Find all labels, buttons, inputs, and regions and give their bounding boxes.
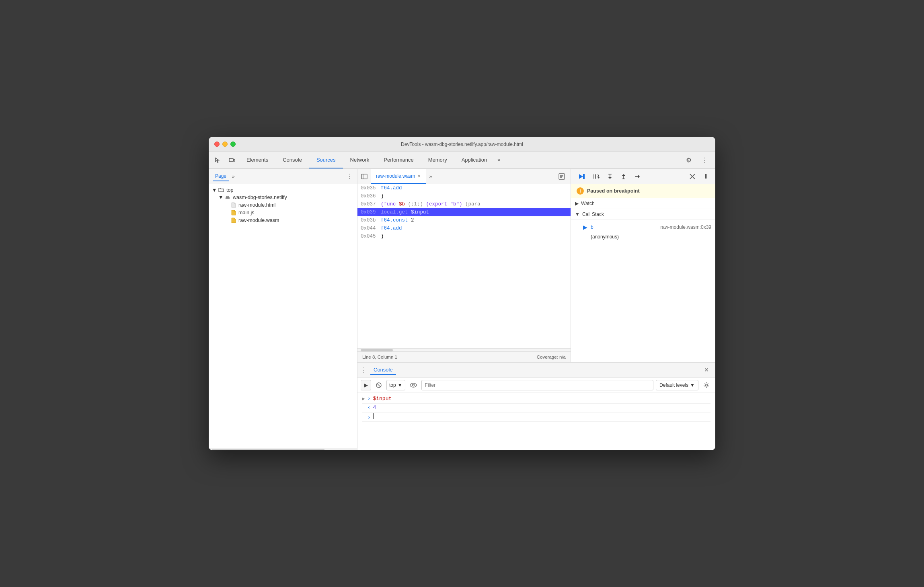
cursor-position: Line 8, Column 1 [362,355,397,359]
console-context-label: top [389,382,396,388]
watch-section-header[interactable]: ▶ Watch [571,198,715,209]
code-line-037: 0x037 (func $b (;1;) (export "b") (para [357,200,571,208]
editor-tab-actions [556,169,571,184]
svg-rect-0 [229,158,233,162]
debug-sections: ▶ Watch ▼ Call Stack ▶ b [571,198,715,362]
scroll-thumb[interactable] [361,349,393,351]
default-levels-selector[interactable]: Default levels ▼ [656,380,698,390]
tree-item-netlify[interactable]: ▼ wasm-dbg-stories.netlify [209,194,357,201]
watch-arrow: ▶ [575,201,579,206]
deactivate-breakpoints-btn[interactable] [686,171,698,182]
sidebar-more-btn[interactable]: » [232,174,235,179]
tab-elements[interactable]: Elements [239,152,275,168]
callstack-entry-anon[interactable]: ▶ (anonymous) [583,232,711,242]
file-tree: ▼ top ▼ wasm-dbg-stories.netlify ▶ [209,184,357,448]
callstack-entry-b[interactable]: ▶ b raw-module.wasm:0x39 [583,222,711,232]
js-file-icon [231,210,236,216]
pretty-print-btn[interactable] [556,171,567,182]
step-into-btn[interactable] [604,171,616,182]
tree-label-netlify: wasm-dbg-stories.netlify [233,195,287,200]
cs-name-anon: (anonymous) [591,234,619,240]
console-run-btn[interactable]: ▶ [361,380,371,390]
step-out-btn[interactable] [618,171,630,182]
context-dropdown-arrow: ▼ [398,382,402,388]
minimize-button[interactable] [222,142,228,147]
editor-tabs-bar: raw-module.wasm × » [357,169,571,184]
tab-application[interactable]: Application [454,152,495,168]
code-line-036: 0x036 ) [357,192,571,200]
code-line-03b: 0x03b f64.const 2 [357,216,571,224]
svg-marker-11 [598,177,599,178]
tree-arrow-top: ▼ [212,187,216,193]
console-settings-btn[interactable] [701,380,712,391]
devtools-window: DevTools - wasm-dbg-stories.netlify.app/… [209,137,715,450]
tab-close-btn[interactable]: × [417,173,421,179]
tree-item-html[interactable]: ▶ raw-module.html [209,201,357,209]
console-prompt-line[interactable]: ▶ › [362,413,710,422]
console-block-btn[interactable] [374,380,384,390]
console-line-input: ▶ › $input [362,395,710,404]
callstack-section-header[interactable]: ▼ Call Stack [571,209,715,220]
right-debug-panel: ⏸ i Paused on breakpoint ▶ [571,169,715,362]
console-output-value: 4 [373,404,376,410]
cs-arrow-b: ▶ [583,224,587,230]
callstack-content: ▶ b raw-module.wasm:0x39 ▶ (anonymous) [571,220,715,244]
sidebar-tab-page[interactable]: Page [213,172,229,181]
default-levels-label: Default levels [659,382,688,388]
svg-marker-19 [638,175,640,178]
console-toolbar: ▶ top ▼ [357,378,715,392]
console-eye-btn[interactable] [408,380,419,391]
tree-item-top[interactable]: ▼ top [209,187,357,194]
watch-label: Watch [581,201,595,206]
tab-more[interactable]: » [494,152,503,168]
maximize-button[interactable] [230,142,236,147]
paused-banner: i Paused on breakpoint [571,184,715,198]
more-options-icon[interactable]: ⋮ [698,156,712,164]
console-tab-bar: ⋮ Console × [357,363,715,378]
tab-console[interactable]: Console [275,152,309,168]
callstack-label: Call Stack [582,211,604,217]
code-line-044: 0x044 f64.add [357,224,571,232]
coverage-status: Coverage: n/a [537,355,566,359]
tab-sources[interactable]: Sources [309,152,343,168]
close-button[interactable] [214,142,220,147]
svg-marker-8 [579,174,583,179]
callstack-arrow: ▼ [575,211,580,217]
code-editor: 0x035 f64.add 0x036 ) 0x037 [357,184,571,348]
step-btn[interactable] [631,171,643,182]
paused-text: Paused on breakpoint [587,188,640,194]
info-icon: i [577,187,584,195]
sidebar-header: Page » ⋮ [209,169,357,184]
console-close-btn[interactable]: × [701,365,712,376]
tab-network[interactable]: Network [343,152,377,168]
console-tabs-more[interactable]: ⋮ [361,366,367,374]
tree-item-wasm[interactable]: ▶ raw-module.wasm [209,216,357,224]
bottom-console-area: ⋮ Console × ▶ [357,362,715,450]
tab-performance[interactable]: Performance [376,152,421,168]
cs-location-b: raw-module.wasm:0x39 [660,224,711,230]
console-tab[interactable]: Console [370,365,396,375]
code-line-039: 0x039 local.get $input [357,208,571,216]
pause-on-exceptions-btn[interactable]: ⏸ [700,171,712,182]
editor-tab-more[interactable]: » [426,169,435,184]
settings-area: ⚙ ⋮ [682,152,715,168]
sidebar-toggle-btn[interactable] [357,169,371,184]
console-line-output: ▶ ‹ 4 [362,404,710,413]
horizontal-scrollbar[interactable] [357,348,571,351]
cs-name-b: b [591,224,593,230]
inspect-icon[interactable] [210,152,225,168]
settings-icon[interactable]: ⚙ [682,156,696,164]
editor-tab-label: raw-module.wasm [376,173,415,179]
console-context-selector[interactable]: top ▼ [386,380,405,390]
tree-label-mainjs: main.js [238,210,255,216]
editor-area: raw-module.wasm × » [357,169,571,362]
console-content: ▶ › $input ▶ ‹ 4 ▶ › [357,392,715,450]
tree-item-mainjs[interactable]: ▶ main.js [209,209,357,216]
filter-input[interactable] [421,380,653,390]
resume-btn[interactable] [574,171,589,182]
sidebar-dots-menu[interactable]: ⋮ [347,172,353,180]
editor-tab-wasm[interactable]: raw-module.wasm × [371,169,426,184]
tab-memory[interactable]: Memory [421,152,454,168]
device-toolbar-icon[interactable] [225,152,239,168]
step-over-btn[interactable] [590,171,602,182]
